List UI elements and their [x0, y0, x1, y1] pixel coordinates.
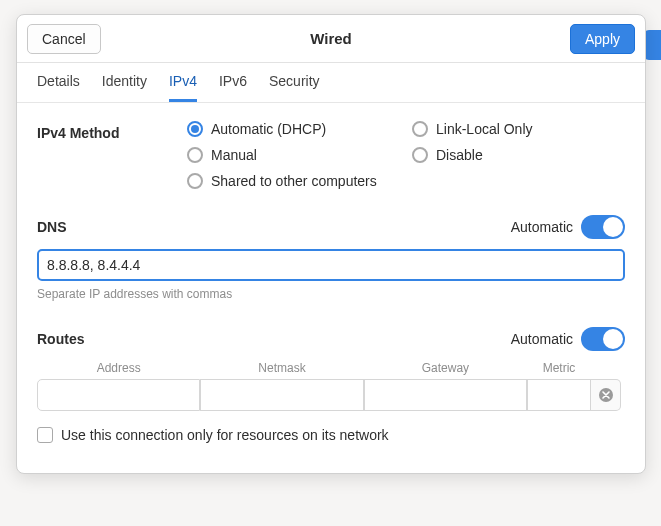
dialog-title: Wired	[17, 30, 645, 47]
radio-icon	[187, 173, 203, 189]
only-resources-checkbox[interactable]: Use this connection only for resources o…	[37, 427, 625, 443]
radio-icon	[412, 147, 428, 163]
col-metric: Metric	[527, 361, 591, 375]
route-address-input[interactable]	[37, 379, 200, 411]
dns-title: DNS	[37, 219, 67, 235]
method-disable[interactable]: Disable	[412, 147, 625, 163]
close-icon	[598, 387, 614, 403]
routes-section: Routes Automatic Address Netmask Gateway…	[37, 327, 625, 443]
dns-automatic-label: Automatic	[511, 219, 573, 235]
cancel-button[interactable]: Cancel	[27, 24, 101, 54]
dns-automatic-switch[interactable]	[581, 215, 625, 239]
tab-ipv4[interactable]: IPv4	[169, 63, 197, 102]
connection-editor-dialog: Cancel Wired Apply Details Identity IPv4…	[16, 14, 646, 474]
col-address: Address	[37, 361, 200, 375]
route-netmask-input[interactable]	[200, 379, 363, 411]
table-row	[37, 379, 625, 411]
tab-details[interactable]: Details	[37, 63, 80, 102]
routes-title: Routes	[37, 331, 84, 347]
dns-hint: Separate IP addresses with commas	[37, 287, 625, 301]
method-shared[interactable]: Shared to other computers	[187, 173, 625, 189]
ipv4-panel: IPv4 Method Automatic (DHCP) Link-Local …	[17, 103, 645, 473]
col-netmask: Netmask	[200, 361, 363, 375]
routes-table: Address Netmask Gateway Metric	[37, 361, 625, 411]
routes-header-row: Address Netmask Gateway Metric	[37, 361, 625, 375]
tab-security[interactable]: Security	[269, 63, 320, 102]
method-manual[interactable]: Manual	[187, 147, 400, 163]
ipv4-method-section: IPv4 Method Automatic (DHCP) Link-Local …	[37, 121, 625, 189]
apply-button[interactable]: Apply	[570, 24, 635, 54]
method-automatic-label: Automatic (DHCP)	[211, 121, 326, 137]
method-shared-label: Shared to other computers	[211, 173, 377, 189]
method-link-local[interactable]: Link-Local Only	[412, 121, 625, 137]
radio-icon	[412, 121, 428, 137]
col-gateway: Gateway	[364, 361, 527, 375]
method-disable-label: Disable	[436, 147, 483, 163]
tab-ipv6[interactable]: IPv6	[219, 63, 247, 102]
tab-identity[interactable]: Identity	[102, 63, 147, 102]
dns-input[interactable]	[37, 249, 625, 281]
method-automatic[interactable]: Automatic (DHCP)	[187, 121, 400, 137]
route-gateway-input[interactable]	[364, 379, 527, 411]
method-manual-label: Manual	[211, 147, 257, 163]
checkbox-icon	[37, 427, 53, 443]
radio-icon	[187, 147, 203, 163]
only-resources-label: Use this connection only for resources o…	[61, 427, 389, 443]
ipv4-method-options: Automatic (DHCP) Link-Local Only Manual …	[187, 121, 625, 189]
routes-automatic-switch[interactable]	[581, 327, 625, 351]
route-delete-button[interactable]	[591, 379, 621, 411]
dialog-header: Cancel Wired Apply	[17, 15, 645, 63]
tab-bar: Details Identity IPv4 IPv6 Security	[17, 63, 645, 103]
routes-automatic-label: Automatic	[511, 331, 573, 347]
radio-icon	[187, 121, 203, 137]
route-metric-input[interactable]	[527, 379, 591, 411]
ipv4-method-label: IPv4 Method	[37, 121, 187, 189]
dns-section: DNS Automatic Separate IP addresses with…	[37, 215, 625, 301]
method-link-local-label: Link-Local Only	[436, 121, 533, 137]
